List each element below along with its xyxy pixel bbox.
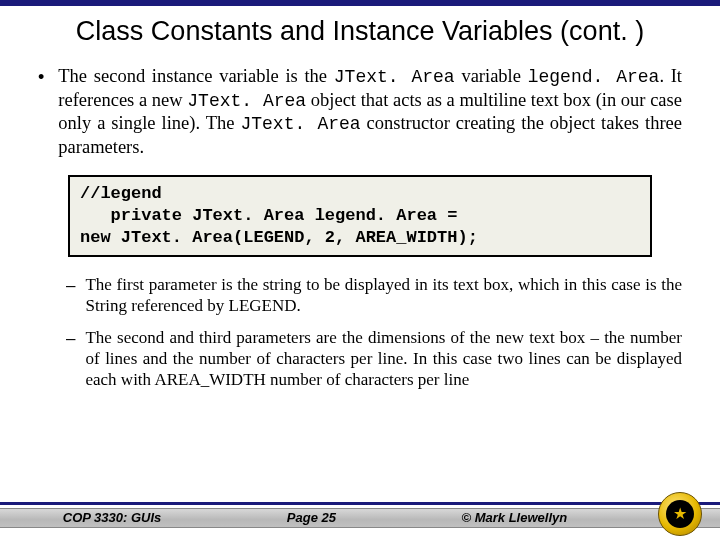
dash-marker: – [66, 276, 75, 296]
sub-bullet: – The second and third parameters are th… [66, 328, 682, 390]
sub-bullet-list: – The first parameter is the string to b… [66, 275, 682, 391]
content-area: • The second instance variable is the JT… [38, 65, 682, 391]
footer: COP 3330: GUIs Page 25 © Mark Llewellyn … [0, 496, 720, 540]
code-inline: JText. Area [187, 91, 306, 111]
code-inline: JText. Area [240, 114, 360, 134]
sub-bullet-text: The first parameter is the string to be … [85, 275, 682, 316]
bullet-text: The second instance variable is the JTex… [58, 65, 682, 159]
code-block: //legend private JText. Area legend. Are… [68, 175, 652, 257]
top-accent-bar [0, 0, 720, 6]
footer-page: Page 25 [287, 510, 336, 525]
code-line: new JText. Area(LEGEND, 2, AREA_WIDTH); [80, 228, 478, 247]
sub-bullet-text: The second and third parameters are the … [85, 328, 682, 390]
code-inline: JText. Area [334, 67, 455, 87]
footer-course: COP 3330: GUIs [63, 510, 162, 525]
dash-marker: – [66, 329, 75, 349]
code-inline: legend. Area [528, 67, 660, 87]
footer-copyright: © Mark Llewellyn [462, 510, 568, 525]
code-line: private JText. Area legend. Area = [80, 206, 457, 225]
slide-title: Class Constants and Instance Variables (… [20, 16, 700, 47]
footer-text-row: COP 3330: GUIs Page 25 © Mark Llewellyn [0, 510, 630, 525]
ucf-logo-icon: ★ [658, 492, 702, 536]
sub-bullet: – The first parameter is the string to b… [66, 275, 682, 316]
text-segment: The second instance variable is the [58, 66, 333, 86]
code-line: //legend [80, 184, 162, 203]
main-bullet: • The second instance variable is the JT… [38, 65, 682, 159]
footer-accent-line [0, 502, 720, 505]
bullet-marker: • [38, 67, 44, 88]
text-segment: variable [455, 66, 528, 86]
slide: Class Constants and Instance Variables (… [0, 0, 720, 540]
